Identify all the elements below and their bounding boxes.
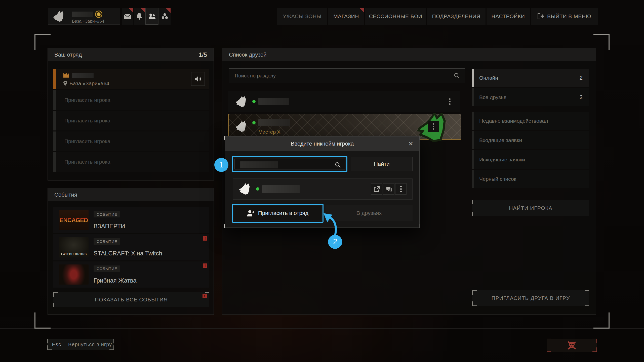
friend-row[interactable]: [228, 91, 460, 112]
modal-corner: [224, 224, 228, 228]
event-item[interactable]: СОБЫТИЕ Грибная Жатва !: [53, 261, 209, 288]
voice-button[interactable]: [191, 72, 205, 86]
frame-top-line: [0, 34, 644, 34]
find-button-label: Найти: [374, 161, 390, 167]
invite-slot[interactable]: Пригласить игрока: [53, 111, 209, 130]
menu-exit[interactable]: ВЫЙТИ В МЕНЮ: [531, 8, 598, 25]
event-image-encaged: ENCAGED: [59, 210, 89, 230]
frame-corner: [34, 34, 51, 50]
player-badge[interactable]: База «Зари»#64: [48, 8, 120, 25]
events-panel: События ENCAGED СОБЫТИЕ ВЗАПЕРТИ TWITCH …: [48, 188, 214, 315]
close-icon[interactable]: ✕: [408, 140, 413, 147]
invite-friend-label: ПРИГЛАСИТЬ ДРУГА В ИГРУ: [492, 295, 570, 301]
event-item[interactable]: TWITCH DROPS СОБЫТИЕ STALCRAFT: X на Twi…: [53, 234, 209, 260]
menu-settings[interactable]: НАСТРОЙКИ: [487, 8, 530, 25]
game-screen: База «Зари»#64 УЖАСЫ ЗОНЫ МАГАЗИН СЕССИО…: [0, 0, 644, 362]
result-avatar-wolf-icon: [238, 183, 251, 195]
friends-search-input[interactable]: [229, 68, 465, 83]
friends-title: Список друзей: [229, 52, 267, 58]
invite-to-squad-button[interactable]: Пригласить в отряд: [234, 206, 321, 220]
show-all-events-button[interactable]: ПОКАЗАТЬ ВСЕ СОБЫТИЯ !: [53, 292, 209, 307]
group-button[interactable]: [159, 8, 171, 25]
return-to-game-button[interactable]: Esc Вернуться в игру: [47, 339, 114, 350]
find-button[interactable]: Найти: [351, 157, 413, 171]
menu-label: УЖАСЫ ЗОНЫ: [283, 13, 321, 19]
friends-panel-header: Список друзей: [222, 48, 596, 61]
squad-count: 1/5: [199, 51, 207, 58]
slot-bar: [53, 90, 56, 110]
find-player-label: НАЙТИ ИГРОКА: [509, 205, 552, 211]
friends-button[interactable]: [145, 8, 158, 25]
squad-panel: Ваш отряд 1/5 База «Зари»#64 Пригласить …: [48, 48, 214, 180]
invite-friend-to-game-button[interactable]: ПРИГЛАСИТЬ ДРУГА В ИГРУ: [472, 290, 589, 306]
friend-row-highlighted[interactable]: Мистер X: [228, 114, 461, 140]
annotation-step-1: 1: [214, 158, 228, 172]
sidebar-item-incoming[interactable]: Входящие заявки: [472, 131, 589, 149]
crown-icon: [63, 73, 69, 79]
event-title: STALCRAFT: X на Twitch: [94, 250, 162, 257]
event-item[interactable]: ENCAGED СОБЫТИЕ ВЗАПЕРТИ: [53, 207, 209, 233]
frame-bottom-line: [0, 328, 644, 329]
sidebar-item-recent[interactable]: Недавно взаимодействовал: [472, 112, 589, 130]
squad-leader-row[interactable]: База «Зари»#64: [53, 69, 209, 89]
location-pin-icon: [63, 81, 67, 86]
player-location: База «Зари»#64: [72, 19, 104, 24]
sidebar-item-all-friends[interactable]: Все друзья 2: [472, 88, 589, 106]
online-dot: [252, 121, 256, 124]
online-dot: [256, 187, 259, 191]
menu-divisions[interactable]: ПОДРАЗДЕЛЕНИЯ: [427, 8, 486, 25]
menu-zone-horrors[interactable]: УЖАСЫ ЗОНЫ: [277, 8, 327, 25]
friend-subtitle: Мистер X: [258, 129, 280, 135]
three-dots-icon: [400, 186, 402, 192]
friend-name-censored: [258, 98, 289, 105]
modal-title: Введите никнейм игрока: [291, 141, 354, 147]
invite-slot[interactable]: Пригласить игрока: [53, 90, 209, 110]
invite-slot[interactable]: Пригласить игрока: [53, 131, 209, 151]
sidebar-item-outgoing[interactable]: Исходящие заявки: [472, 150, 589, 169]
player-name-censored: [72, 12, 93, 17]
friend-menu-button[interactable]: [444, 96, 455, 107]
friends-search[interactable]: [229, 68, 465, 83]
notifications-button[interactable]: [134, 8, 145, 25]
friend-menu-button[interactable]: [428, 121, 439, 132]
item-bar: [472, 131, 474, 149]
sidebar-item-online[interactable]: Онлайн 2: [472, 69, 589, 87]
menu-session-battles[interactable]: СЕССИОННЫЕ БОИ: [365, 8, 426, 25]
sidebar-count: 2: [580, 94, 583, 101]
chat-icon: [386, 186, 392, 192]
menu-shop[interactable]: МАГАЗИН: [328, 8, 364, 25]
slot-bar: [53, 111, 56, 130]
search-icon: [335, 162, 341, 168]
show-all-events-label: ПОКАЗАТЬ ВСЕ СОБЫТИЯ: [95, 297, 168, 303]
mail-icon: [124, 14, 131, 19]
nickname-modal: Введите никнейм игрока ✕ Найти: [225, 136, 420, 228]
find-player-button[interactable]: НАЙТИ ИГРОКА: [472, 200, 589, 216]
esc-key-label: Esc: [47, 342, 66, 347]
leader-bar: [53, 69, 56, 89]
event-title: Грибная Жатва: [94, 277, 136, 284]
invite-slot-label: Пригласить игрока: [64, 138, 110, 144]
open-profile-button[interactable]: [371, 183, 382, 195]
three-dots-icon: [433, 123, 434, 130]
result-menu-button[interactable]: [395, 183, 407, 195]
active-bar: [472, 69, 474, 87]
events-alert-badge: !: [203, 294, 207, 298]
event-alert-badge: !: [203, 263, 207, 268]
invite-slot-label: Пригласить игрока: [64, 97, 110, 103]
encaged-logo-text: ENCAGED: [59, 217, 88, 224]
nickname-input[interactable]: [234, 159, 345, 169]
invite-slot[interactable]: Пригласить игрока: [53, 152, 209, 172]
menu-label: ВЫЙТИ В МЕНЮ: [547, 13, 591, 19]
sidebar-item-blacklist[interactable]: Черный список: [472, 170, 589, 188]
search-result-row: [233, 178, 413, 200]
message-button[interactable]: [383, 183, 394, 195]
sidebar-label: Черный список: [479, 176, 516, 182]
item-bar: [472, 88, 474, 106]
mail-button[interactable]: [122, 8, 133, 25]
modal-header: Введите никнейм игрока ✕: [225, 137, 419, 151]
menu-label: НАСТРОЙКИ: [492, 13, 525, 19]
highlight-ring-invite: Пригласить в отряд: [232, 204, 324, 223]
event-type-badge: СОБЫТИЕ: [94, 211, 120, 217]
online-dot: [252, 100, 256, 103]
danger-zone-button[interactable]: [547, 339, 597, 352]
